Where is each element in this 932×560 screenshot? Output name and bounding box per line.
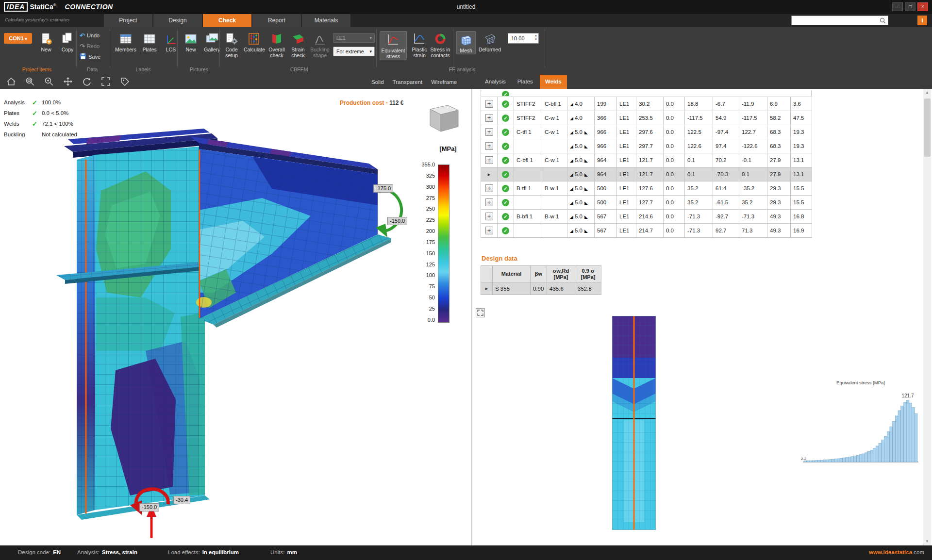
weld-table-row[interactable]: +✓◢5.0◣966LE1297.70.0122.697.4-122.668.3…: [481, 139, 812, 153]
deformed-scale-stepper[interactable]: 10.00 ▲▼: [508, 33, 539, 44]
maximize-button[interactable]: □: [905, 2, 915, 11]
row-expand-cell[interactable]: +: [481, 153, 498, 167]
ribbon-tab-report[interactable]: Report: [252, 14, 301, 27]
weld-table-row[interactable]: +✓C-bfl 1C-w 1◢5.0◣964LE1121.70.00.170.2…: [481, 153, 812, 167]
scroll-thumb[interactable]: [924, 99, 931, 157]
scroll-down-icon[interactable]: ▼: [923, 538, 931, 545]
expand-row-button[interactable]: +: [485, 142, 493, 150]
row-expand-cell[interactable]: +: [481, 224, 498, 238]
moment-load-beam-end: [376, 192, 401, 237]
result-panel-tabs: AnalysisPlatesWelds: [480, 75, 567, 89]
buckling-shape-button[interactable]: Buckling shape: [309, 31, 331, 58]
strain-check-button[interactable]: Strain check: [288, 31, 308, 58]
search-input[interactable]: [792, 16, 878, 25]
pan-icon[interactable]: [63, 76, 74, 88]
ribbon-tab-materials[interactable]: Materials: [302, 14, 350, 27]
labels-members-toggle[interactable]: Members: [115, 31, 137, 52]
row-expand-cell[interactable]: +: [481, 125, 498, 139]
overall-check-button[interactable]: Overall check: [266, 31, 287, 58]
view-mode-wireframe[interactable]: Wireframe: [431, 79, 457, 85]
con1-dropdown[interactable]: CON1: [4, 33, 32, 44]
fit-view-icon[interactable]: [100, 76, 112, 88]
info-button[interactable]: i: [917, 16, 927, 25]
stepper-arrows-icon[interactable]: ▲▼: [534, 33, 537, 42]
deformed-toggle[interactable]: Deformed: [478, 31, 502, 52]
new-picture-button[interactable]: New: [181, 31, 201, 52]
gallery-button[interactable]: Gallery: [201, 31, 223, 52]
legend-tick: 275: [408, 195, 435, 201]
scroll-up-icon[interactable]: ▲: [923, 89, 931, 97]
stress-in-contacts-toggle[interactable]: Stress in contacts: [429, 31, 451, 58]
3d-viewport[interactable]: Analysis✓100.0%Plates✓0.0 < 5.0%Welds✓72…: [0, 89, 472, 545]
labels-lcs-toggle[interactable]: LCS: [161, 31, 181, 52]
orientation-cube[interactable]: [430, 105, 458, 132]
expand-row-button[interactable]: +: [485, 213, 493, 220]
row-expand-cell[interactable]: +: [481, 97, 498, 111]
ribbon-tab-project[interactable]: Project: [104, 14, 152, 27]
redo-button[interactable]: ↷Redo: [80, 42, 109, 50]
fe-model-canvas[interactable]: [0, 89, 471, 545]
view-mode-solid[interactable]: Solid: [371, 79, 384, 85]
ribbon-tab-check[interactable]: Check: [203, 14, 251, 27]
website-link[interactable]: www.ideastatica.com: [869, 549, 924, 555]
hist-bar: [848, 457, 851, 462]
weld-cell: 297.7: [636, 139, 664, 153]
panel-tab-analysis[interactable]: Analysis: [480, 75, 511, 89]
lcs-icon: [161, 31, 181, 47]
save-button[interactable]: Save: [80, 52, 109, 61]
expand-row-button[interactable]: +: [485, 128, 493, 136]
row-expand-cell[interactable]: +: [481, 181, 498, 196]
rotate-icon[interactable]: [82, 76, 93, 88]
expand-row-button[interactable]: +: [485, 198, 493, 206]
design-data-row[interactable]: ▸S 3550.90435.6352.8: [481, 282, 601, 295]
weld-table-row[interactable]: +✓B-tfl 1B-w 1◢5.0◣500LE1127.60.035.261.…: [481, 181, 812, 196]
row-expand-cell[interactable]: +: [481, 196, 498, 210]
copy-project-button[interactable]: Copy: [57, 31, 78, 52]
weld-cell: -61.5: [713, 196, 739, 210]
hist-bar: [909, 403, 912, 462]
weld-table-row[interactable]: +✓STIFF2C-bfl 1◢4.0199LE130.20.018.8-6.7…: [481, 97, 812, 111]
view-mode-transparent[interactable]: Transparent: [393, 79, 423, 85]
expand-row-button[interactable]: +: [485, 100, 493, 108]
panel-scrollbar[interactable]: ▲ ▼: [923, 89, 931, 545]
expand-row-button[interactable]: +: [485, 114, 493, 122]
weld-table-row[interactable]: ▸✓◢5.0◣964LE1121.70.00.1-70.30.127.913.1: [481, 167, 812, 181]
extreme-dropdown[interactable]: For extreme: [333, 47, 375, 56]
mesh-toggle[interactable]: Mesh: [456, 31, 476, 54]
row-expand-cell[interactable]: +: [481, 210, 498, 224]
weld-table-row[interactable]: +✓C-tfl 1C-w 1◢5.0◣966LE1297.60.0122.5-9…: [481, 125, 812, 139]
equivalent-stress-toggle[interactable]: Equivalent stress: [380, 31, 407, 60]
zoom-window-icon[interactable]: [25, 76, 36, 88]
search-box[interactable]: [791, 16, 888, 25]
search-icon[interactable]: [879, 17, 887, 27]
weld-symbol-icon: ◢: [570, 102, 573, 107]
minimize-button[interactable]: —: [892, 2, 903, 11]
new-project-button[interactable]: New: [36, 31, 56, 52]
calculate-button[interactable]: Calculate: [244, 31, 264, 52]
row-expand-cell[interactable]: +: [481, 139, 498, 153]
code-setup-button[interactable]: Code setup: [221, 31, 242, 58]
ribbon-tab-design[interactable]: Design: [153, 14, 202, 27]
close-button[interactable]: ×: [917, 2, 928, 11]
zoom-icon[interactable]: [44, 76, 55, 88]
weld-table-row[interactable]: +✓STIFF2C-w 1◢4.0366LE1253.50.0-117.554.…: [481, 111, 812, 125]
expand-detail-button[interactable]: [476, 308, 485, 317]
row-expand-cell[interactable]: +: [481, 111, 498, 125]
row-expand-cell[interactable]: ▸: [481, 167, 498, 181]
load-effect-dropdown[interactable]: LE1: [333, 33, 375, 43]
weld-table-row[interactable]: +✓◢5.0◣500LE1127.70.035.2-61.535.229.315…: [481, 196, 812, 210]
panel-tab-plates[interactable]: Plates: [512, 75, 539, 89]
plastic-strain-toggle[interactable]: Plastic strain: [409, 31, 430, 58]
weld-cell: 92.7: [713, 224, 739, 238]
weld-table-row[interactable]: +✓B-bfl 1B-w 1◢5.0◣567LE1214.60.0-71.3-9…: [481, 210, 812, 224]
summary-value: 100.0%: [42, 99, 61, 105]
undo-button[interactable]: ↶Undo: [80, 31, 109, 40]
expand-row-button[interactable]: +: [485, 184, 493, 192]
panel-tab-welds[interactable]: Welds: [540, 75, 567, 89]
label-tag-icon[interactable]: [119, 76, 131, 88]
expand-row-button[interactable]: +: [485, 156, 493, 164]
weld-table-row[interactable]: +✓◢5.0◣567LE1214.70.0-71.392.771.349.316…: [481, 224, 812, 238]
expand-row-button[interactable]: +: [485, 227, 493, 234]
labels-plates-toggle[interactable]: Plates: [139, 31, 160, 52]
home-view-icon[interactable]: [6, 76, 17, 88]
